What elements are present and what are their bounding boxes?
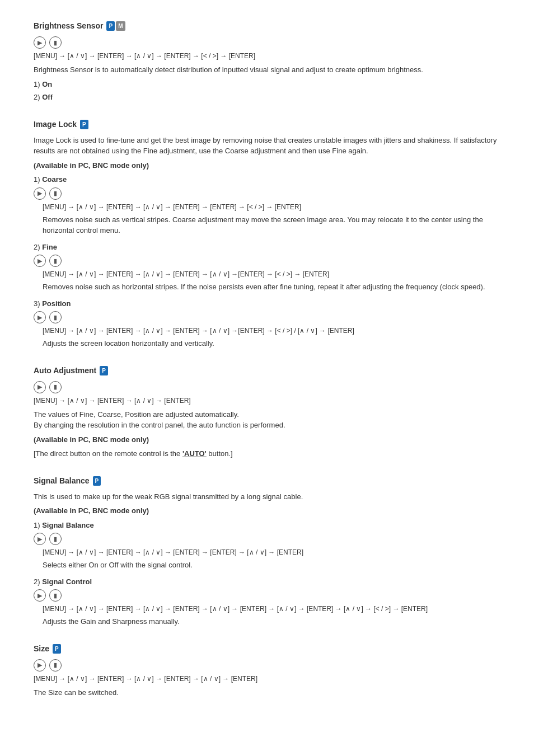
- stop-icon: ▮: [49, 589, 62, 602]
- item-header: 1) Coarse: [34, 174, 500, 185]
- icon-row: ▶▮: [34, 381, 500, 393]
- item-label: On: [42, 80, 52, 88]
- item-header: 1) Signal Balance: [34, 520, 500, 531]
- sub-section: ▶▮[MENU] → [∧ / ∨] → [ENTER] → [∧ / ∨] →…: [34, 311, 500, 349]
- nav-path: [MENU] → [∧ / ∨] → [ENTER] → [∧ / ∨] → […: [34, 51, 500, 61]
- stop-icon: ▮: [49, 533, 62, 545]
- badge-p: P: [106, 21, 115, 31]
- icon-row: ▶▮: [34, 187, 500, 200]
- section-brightness-sensor: Brightness SensorPM▶▮[MENU] → [∧ / ∨] → …: [34, 20, 500, 103]
- section-title-auto-adjustment: Auto AdjustmentP: [34, 365, 500, 377]
- play-icon: ▶: [34, 381, 46, 393]
- section-signal-balance: Signal BalancePThis is used to make up f…: [34, 475, 500, 627]
- sub-description: Removes noise such as horizontal stripes…: [43, 281, 500, 293]
- badge-group: P: [53, 644, 61, 654]
- items-list: 1) Signal Balance▶▮[MENU] → [∧ / ∨] → [E…: [34, 520, 500, 627]
- stop-icon: ▮: [49, 659, 62, 672]
- icon-row: ▶▮: [34, 255, 500, 267]
- item-num: 2): [34, 93, 40, 101]
- badge-group: P: [93, 476, 101, 486]
- sub-section: ▶▮[MENU] → [∧ / ∨] → [ENTER] → [∧ / ∨] →…: [34, 533, 500, 571]
- item-header: 2) Signal Control: [34, 576, 500, 588]
- section-description: The values of Fine, Coarse, Position are…: [34, 409, 500, 431]
- section-auto-adjustment: Auto AdjustmentP▶▮[MENU] → [∧ / ∨] → [EN…: [34, 365, 500, 459]
- list-item: 3) Position▶▮[MENU] → [∧ / ∨] → [ENTER] …: [34, 298, 500, 349]
- icon-row: ▶▮: [34, 36, 500, 49]
- sub-nav-path: [MENU] → [∧ / ∨] → [ENTER] → [∧ / ∨] → […: [43, 326, 500, 336]
- section-image-lock: Image LockPImage Lock is used to fine-tu…: [34, 119, 500, 349]
- item-num: 1): [34, 521, 40, 529]
- section-description: Image Lock is used to fine-tune and get …: [34, 135, 500, 157]
- play-icon: ▶: [34, 589, 46, 602]
- badge-group: P: [80, 120, 88, 129]
- section-size: SizeP▶▮[MENU] → [∧ / ∨] → [ENTER] → [∧ /…: [34, 643, 500, 698]
- item-num: 2): [34, 577, 40, 586]
- stop-icon: ▮: [49, 36, 62, 49]
- nav-path: [MENU] → [∧ / ∨] → [ENTER] → [∧ / ∨] → […: [34, 396, 500, 406]
- badge-p: P: [93, 476, 101, 486]
- item-num: 2): [34, 243, 40, 251]
- icon-row: ▶▮: [34, 589, 500, 602]
- play-icon: ▶: [34, 533, 46, 545]
- sub-section: ▶▮[MENU] → [∧ / ∨] → [ENTER] → [∧ / ∨] →…: [34, 589, 500, 627]
- sub-description: Selects either On or Off with the signal…: [43, 560, 500, 571]
- title-text: Brightness Sensor: [34, 20, 103, 32]
- play-icon: ▶: [34, 311, 46, 323]
- icon-row: ▶▮: [34, 311, 500, 323]
- section-description: The Size can be switched.: [34, 687, 500, 698]
- item-label: Position: [42, 299, 71, 308]
- stop-icon: ▮: [49, 255, 62, 267]
- play-icon: ▶: [34, 255, 46, 267]
- items-list: 1) On2) Off: [34, 79, 500, 103]
- item-label: Off: [42, 93, 53, 101]
- stop-icon: ▮: [49, 187, 62, 200]
- list-item: 2) Signal Control▶▮[MENU] → [∧ / ∨] → [E…: [34, 576, 500, 627]
- direct-button-note: [The direct button on the remote control…: [34, 448, 500, 459]
- badge-group: P: [100, 366, 108, 375]
- section-title-brightness-sensor: Brightness SensorPM: [34, 20, 500, 32]
- list-item: 1) Coarse▶▮[MENU] → [∧ / ∨] → [ENTER] → …: [34, 174, 500, 236]
- item-num: 1): [34, 80, 40, 88]
- badge-m: M: [116, 21, 125, 31]
- section-title-signal-balance: Signal BalanceP: [34, 475, 500, 487]
- badge-p: P: [53, 644, 61, 654]
- icon-row: ▶▮: [34, 533, 500, 545]
- section-title-size: SizeP: [34, 643, 500, 655]
- bold-note: (Available in PC, BNC mode only): [34, 505, 500, 516]
- item-label: Fine: [42, 243, 57, 251]
- sub-description: Adjusts the screen location horizontally…: [43, 338, 500, 349]
- play-icon: ▶: [34, 659, 46, 672]
- sub-nav-path: [MENU] → [∧ / ∨] → [ENTER] → [∧ / ∨] → […: [43, 202, 500, 212]
- title-text: Auto Adjustment: [34, 365, 96, 377]
- badge-group: PM: [106, 21, 125, 31]
- item-num: 3): [34, 299, 40, 308]
- title-text: Signal Balance: [34, 475, 90, 487]
- badge-p: P: [100, 366, 108, 375]
- play-icon: ▶: [34, 187, 46, 200]
- list-item: 2) Off: [34, 92, 500, 103]
- section-description: Brightness Sensor is to automatically de…: [34, 64, 500, 76]
- item-label: Coarse: [42, 175, 67, 184]
- title-text: Size: [34, 643, 49, 655]
- nav-path: [MENU] → [∧ / ∨] → [ENTER] → [∧ / ∨] → […: [34, 674, 500, 684]
- sub-nav-path: [MENU] → [∧ / ∨] → [ENTER] → [∧ / ∨] → […: [43, 269, 500, 279]
- title-text: Image Lock: [34, 119, 77, 130]
- bold-note: (Available in PC, BNC mode only): [34, 160, 500, 171]
- item-num: 1): [34, 175, 40, 184]
- play-icon: ▶: [34, 36, 46, 49]
- sub-nav-path: [MENU] → [∧ / ∨] → [ENTER] → [∧ / ∨] → […: [43, 604, 500, 614]
- bold-note: (Available in PC, BNC mode only): [34, 434, 500, 445]
- item-label: Signal Balance: [42, 521, 93, 529]
- sub-section: ▶▮[MENU] → [∧ / ∨] → [ENTER] → [∧ / ∨] →…: [34, 187, 500, 236]
- list-item: 1) On: [34, 79, 500, 90]
- item-header: 2) Fine: [34, 242, 500, 253]
- sub-nav-path: [MENU] → [∧ / ∨] → [ENTER] → [∧ / ∨] → […: [43, 547, 500, 557]
- stop-icon: ▮: [49, 381, 62, 393]
- stop-icon: ▮: [49, 311, 62, 323]
- auto-highlight: 'AUTO': [182, 449, 207, 458]
- list-item: 2) Fine▶▮[MENU] → [∧ / ∨] → [ENTER] → [∧…: [34, 242, 500, 293]
- sub-description: Removes noise such as vertical stripes. …: [43, 214, 500, 236]
- icon-row: ▶▮: [34, 659, 500, 672]
- sub-description: Adjusts the Gain and Sharpness manually.: [43, 616, 500, 627]
- item-label: Signal Control: [42, 577, 92, 586]
